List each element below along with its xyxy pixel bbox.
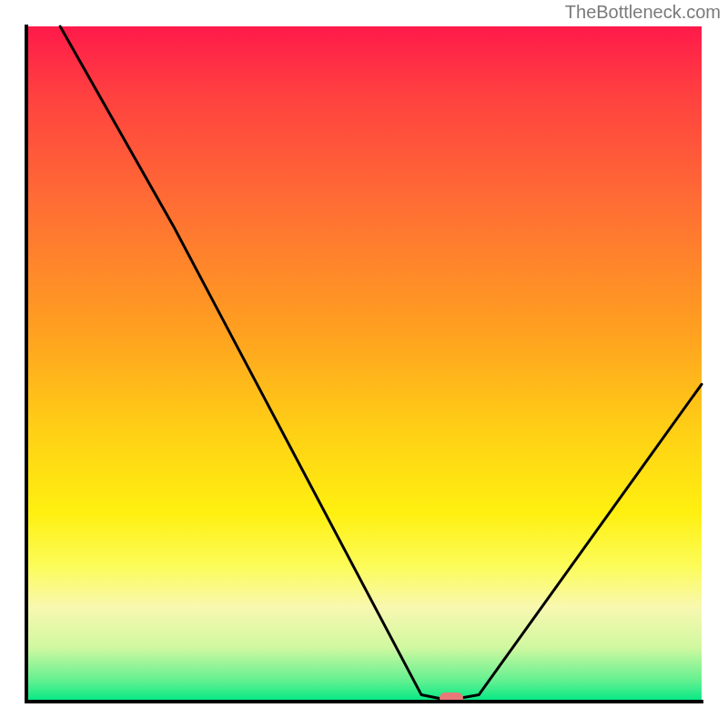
x-axis bbox=[25, 700, 703, 703]
bottleneck-curve bbox=[60, 26, 702, 701]
watermark-text: TheBottleneck.com bbox=[565, 2, 721, 23]
curve-layer bbox=[26, 26, 702, 702]
y-axis bbox=[25, 25, 28, 703]
bottleneck-chart: TheBottleneck.com bbox=[0, 0, 728, 728]
